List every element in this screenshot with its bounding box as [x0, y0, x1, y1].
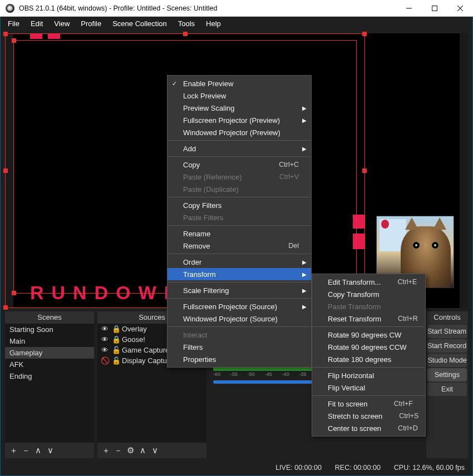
menu-item[interactable]: Properties: [167, 353, 311, 365]
unlock-icon[interactable]: 🔓: [112, 356, 119, 365]
menu-item[interactable]: Reset TransformCtrl+R: [312, 313, 425, 325]
menu-item[interactable]: Rotate 90 degrees CCW: [312, 341, 425, 353]
source-settings-button[interactable]: ⚙: [125, 445, 135, 455]
menu-item[interactable]: Copy Filters: [167, 199, 311, 211]
resize-handle[interactable]: [183, 32, 188, 36]
controls-button[interactable]: Start Streaming: [427, 325, 467, 338]
menu-item[interactable]: CopyCtrl+C: [167, 158, 311, 171]
eye-off-icon[interactable]: 🚫: [101, 356, 109, 365]
menu-scene-collection[interactable]: Scene Collection: [107, 18, 172, 29]
menu-item[interactable]: Fullscreen Projector (Preview)▶: [167, 114, 311, 126]
menu-shortcut: Del: [272, 242, 299, 250]
submenu-arrow-icon: ▶: [302, 304, 307, 310]
menu-item[interactable]: Rotate 180 degrees: [312, 353, 425, 365]
controls-button[interactable]: Settings: [427, 368, 467, 381]
status-rec: REC: 00:00:00: [335, 464, 381, 472]
scene-up-button[interactable]: ∧: [33, 445, 43, 455]
menu-item[interactable]: Lock Preview: [167, 90, 311, 102]
resize-handle[interactable]: [3, 305, 8, 310]
resize-handle[interactable]: [12, 291, 16, 295]
menu-item[interactable]: Add▶: [167, 142, 311, 155]
controls-button[interactable]: Start Recording: [427, 339, 467, 353]
menu-item[interactable]: ✓Enable Preview: [167, 77, 311, 90]
scene-item[interactable]: Main: [5, 335, 94, 347]
scene-item[interactable]: Starting Soon: [5, 324, 94, 335]
add-scene-button[interactable]: ＋: [8, 445, 18, 456]
menu-item-label: Rename: [183, 230, 210, 238]
lock-icon[interactable]: 🔒: [112, 325, 119, 333]
lock-icon[interactable]: 🔒: [112, 335, 119, 344]
source-up-button[interactable]: ∧: [137, 445, 147, 455]
controls-button[interactable]: Studio Mode: [427, 354, 467, 367]
menu-item[interactable]: Center to screenCtrl+D: [312, 422, 425, 434]
menu-view[interactable]: View: [49, 18, 75, 29]
menu-item[interactable]: Fit to screenCtrl+F: [312, 398, 425, 410]
meter-tick: -35: [299, 371, 307, 377]
menu-help[interactable]: Help: [201, 18, 226, 29]
submenu-arrow-icon: ▶: [302, 259, 307, 265]
menu-item[interactable]: Order▶: [167, 256, 311, 268]
menu-edit[interactable]: Edit: [26, 18, 48, 29]
menu-item[interactable]: Stretch to screenCtrl+S: [312, 410, 425, 422]
source-down-button[interactable]: ∨: [150, 445, 160, 455]
unlock-icon[interactable]: 🔓: [112, 346, 119, 354]
window-titlebar: OBS 21.0.1 (64bit, windows) - Profile: U…: [0, 0, 473, 17]
controls-button[interactable]: Exit: [427, 383, 467, 396]
menu-separator: [168, 282, 311, 282]
remove-source-button[interactable]: －: [113, 445, 123, 456]
resize-handle[interactable]: [3, 168, 8, 173]
resize-handle[interactable]: [362, 32, 367, 36]
menu-item-label: Preview Scaling: [183, 104, 235, 112]
menu-item: Paste (Reference)Ctrl+V: [167, 171, 311, 183]
status-cpu: CPU: 12.6%, 60.00 fps: [394, 464, 465, 472]
menu-item[interactable]: Rename: [167, 227, 311, 240]
controls-header: Controls: [426, 311, 468, 324]
menu-item-label: Rotate 90 degrees CW: [328, 331, 401, 339]
menu-item[interactable]: Edit Transform...Ctrl+E: [312, 276, 425, 288]
menu-item-label: Lock Preview: [183, 92, 226, 100]
menu-item-label: Edit Transform...: [328, 278, 381, 286]
minimize-button[interactable]: [396, 0, 422, 17]
menu-item[interactable]: Flip Vertical: [312, 381, 425, 394]
submenu-arrow-icon: ▶: [302, 287, 307, 294]
menu-item[interactable]: RemoveDel: [167, 240, 311, 252]
menu-item[interactable]: Filters: [167, 341, 311, 353]
remove-scene-button[interactable]: －: [21, 445, 31, 456]
resize-handle[interactable]: [12, 38, 16, 43]
maximize-button[interactable]: [422, 0, 447, 17]
eye-icon[interactable]: 👁: [101, 325, 109, 333]
menu-profile[interactable]: Profile: [76, 18, 106, 29]
menu-file[interactable]: File: [3, 18, 24, 29]
resize-handle[interactable]: [3, 32, 8, 36]
resize-handle[interactable]: [362, 168, 367, 173]
eye-icon[interactable]: 👁: [101, 346, 109, 354]
menu-item[interactable]: Rotate 90 degrees CW: [312, 329, 425, 341]
menu-item-label: Copy Transform: [328, 290, 379, 299]
menu-item[interactable]: Scale Filtering▶: [167, 284, 311, 296]
scene-item[interactable]: AFK: [5, 359, 94, 370]
scene-item[interactable]: Gameplay: [5, 347, 94, 359]
scene-down-button[interactable]: ∨: [45, 445, 55, 455]
transform-submenu: Edit Transform...Ctrl+ECopy TransformPas…: [312, 274, 426, 437]
menu-item[interactable]: Preview Scaling▶: [167, 102, 311, 114]
add-source-button[interactable]: ＋: [101, 445, 111, 456]
menu-tools[interactable]: Tools: [173, 18, 200, 29]
preview-context-menu: ✓Enable PreviewLock PreviewPreview Scali…: [167, 75, 312, 368]
meter-tick: -40: [282, 371, 289, 377]
menu-shortcut: Ctrl+S: [382, 412, 418, 420]
menu-item-label: Flip Vertical: [328, 384, 365, 392]
menu-item[interactable]: Copy Transform: [312, 288, 425, 300]
menu-item[interactable]: Transform▶: [167, 268, 311, 280]
menu-item[interactable]: Flip Horizontal: [312, 369, 425, 381]
menu-item-label: Scale Filtering: [183, 286, 229, 295]
eye-icon[interactable]: 👁: [101, 335, 109, 344]
menu-separator: [168, 197, 311, 197]
menu-item[interactable]: Windowed Projector (Preview): [167, 126, 311, 138]
menu-item-label: Windowed Projector (Preview): [183, 128, 280, 137]
close-button[interactable]: [447, 0, 473, 17]
menu-item-label: Filters: [183, 343, 203, 351]
menu-item[interactable]: Windowed Projector (Source): [167, 313, 311, 325]
obs-app-icon: [6, 4, 14, 13]
scene-item[interactable]: Ending: [5, 370, 94, 382]
menu-item[interactable]: Fullscreen Projector (Source)▶: [167, 300, 311, 313]
